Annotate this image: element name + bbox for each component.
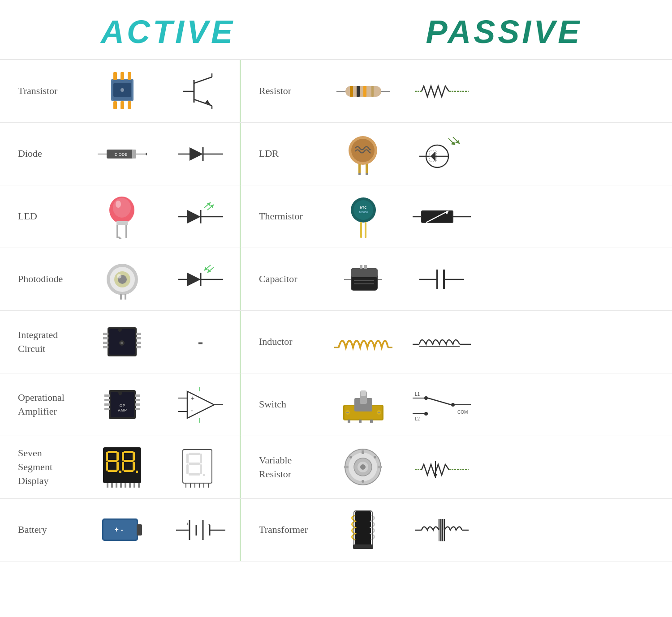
photodiode-real-icon bbox=[83, 255, 161, 304]
svg-point-117 bbox=[121, 342, 123, 344]
passive-component-name: Resistor bbox=[241, 77, 324, 105]
svg-point-209 bbox=[360, 464, 366, 470]
passive-component-name: Switch bbox=[241, 391, 324, 418]
svg-text:-: - bbox=[191, 407, 193, 414]
svg-rect-83 bbox=[120, 294, 122, 300]
svg-rect-185 bbox=[120, 483, 122, 488]
passive-component-name: LDR bbox=[241, 140, 324, 167]
opamp-symbol: + - bbox=[161, 382, 240, 427]
svg-rect-128 bbox=[104, 408, 110, 410]
svg-marker-33 bbox=[190, 147, 203, 161]
capacitor-symbol bbox=[402, 261, 481, 297]
svg-rect-233 bbox=[355, 511, 371, 547]
svg-point-162 bbox=[451, 403, 455, 407]
svg-rect-109 bbox=[103, 337, 108, 339]
svg-rect-72 bbox=[365, 222, 366, 238]
header: ACTIVE PASSIVE bbox=[0, 0, 672, 59]
variable-resistor-real-icon bbox=[324, 441, 402, 493]
svg-rect-6 bbox=[121, 101, 124, 109]
svg-rect-5 bbox=[113, 101, 117, 109]
svg-rect-187 bbox=[129, 483, 131, 488]
svg-rect-101 bbox=[364, 265, 367, 269]
svg-rect-41 bbox=[366, 173, 368, 175]
svg-rect-131 bbox=[135, 403, 140, 406]
table-row: Operational Amplifier OP bbox=[0, 373, 672, 436]
battery-symbol: + - bbox=[161, 512, 240, 548]
transformer-real-icon bbox=[324, 504, 402, 556]
svg-marker-86 bbox=[187, 273, 201, 286]
svg-rect-181 bbox=[136, 471, 138, 473]
svg-rect-152 bbox=[348, 420, 350, 423]
opamp-real-icon: OP AMP bbox=[83, 381, 161, 428]
svg-rect-172 bbox=[108, 470, 117, 472]
active-component-name: Battery bbox=[0, 516, 83, 544]
table-row: Photodiode bbox=[0, 248, 672, 311]
passive-component-name: Thermistor bbox=[241, 203, 324, 230]
svg-rect-179 bbox=[133, 462, 135, 471]
svg-text:+: + bbox=[191, 394, 194, 402]
svg-rect-96 bbox=[351, 268, 378, 277]
svg-rect-23 bbox=[371, 86, 374, 97]
passive-component-name: Inductor bbox=[241, 328, 324, 356]
ssd-real-icon bbox=[83, 443, 161, 492]
svg-rect-198 bbox=[203, 474, 205, 476]
svg-point-9 bbox=[121, 88, 124, 92]
transistor-symbol bbox=[161, 69, 240, 114]
passive-component-name: Capacitor bbox=[241, 266, 324, 293]
svg-text:L2: L2 bbox=[415, 416, 420, 420]
svg-point-37 bbox=[351, 139, 375, 162]
svg-marker-60 bbox=[187, 210, 201, 223]
svg-rect-147 bbox=[361, 390, 366, 396]
active-component-name: Integrated Circuit bbox=[0, 321, 83, 363]
svg-rect-110 bbox=[103, 342, 108, 344]
led-symbol bbox=[161, 197, 240, 237]
svg-rect-100 bbox=[360, 265, 362, 269]
resistor-symbol bbox=[402, 78, 481, 105]
table-row: LED bbox=[0, 185, 672, 248]
svg-rect-174 bbox=[124, 451, 134, 453]
svg-rect-129 bbox=[135, 394, 140, 397]
active-component-name: Seven Segment Display bbox=[0, 440, 83, 494]
svg-text:L1: L1 bbox=[415, 392, 420, 397]
switch-real-icon bbox=[324, 382, 402, 427]
svg-rect-235 bbox=[353, 544, 373, 549]
svg-rect-56 bbox=[116, 225, 118, 238]
ic-real-icon bbox=[83, 318, 161, 365]
thermistor-real-icon: NTC 100000 bbox=[324, 190, 402, 244]
table-row: Seven Segment Display bbox=[0, 436, 672, 499]
passive-component-name: Transformer bbox=[241, 516, 324, 544]
table-row: Battery + - + bbox=[0, 499, 672, 561]
svg-point-31 bbox=[146, 153, 147, 155]
svg-rect-130 bbox=[135, 399, 140, 401]
led-real-icon bbox=[83, 190, 161, 244]
svg-rect-97 bbox=[352, 277, 377, 290]
svg-rect-170 bbox=[106, 462, 108, 471]
ldr-real-icon bbox=[324, 128, 402, 180]
svg-rect-21 bbox=[357, 86, 360, 97]
active-header: ACTIVE bbox=[0, 13, 336, 50]
inductor-symbol bbox=[402, 326, 481, 358]
svg-point-159 bbox=[424, 412, 428, 416]
svg-rect-39 bbox=[366, 164, 368, 174]
photodiode-symbol bbox=[161, 259, 240, 300]
svg-line-12 bbox=[194, 77, 212, 83]
svg-rect-4 bbox=[128, 72, 131, 80]
svg-rect-57 bbox=[125, 225, 127, 238]
table-row: Integrated Circuit bbox=[0, 311, 672, 373]
passive-component-name: Variable Resistor bbox=[241, 447, 324, 488]
components-table: Transistor bbox=[0, 59, 672, 561]
svg-marker-220 bbox=[434, 474, 437, 478]
svg-rect-125 bbox=[104, 394, 110, 397]
svg-rect-197 bbox=[189, 473, 200, 476]
transformer-symbol bbox=[402, 508, 481, 553]
svg-rect-3 bbox=[121, 72, 124, 80]
active-component-name: Diode bbox=[0, 140, 83, 167]
svg-rect-189 bbox=[138, 483, 140, 488]
transistor-real-icon bbox=[83, 65, 161, 117]
ldr-symbol bbox=[402, 132, 481, 176]
svg-rect-84 bbox=[125, 294, 126, 300]
svg-point-214 bbox=[349, 456, 352, 458]
svg-rect-178 bbox=[122, 462, 124, 471]
svg-rect-112 bbox=[136, 333, 141, 335]
svg-marker-43 bbox=[451, 141, 455, 145]
